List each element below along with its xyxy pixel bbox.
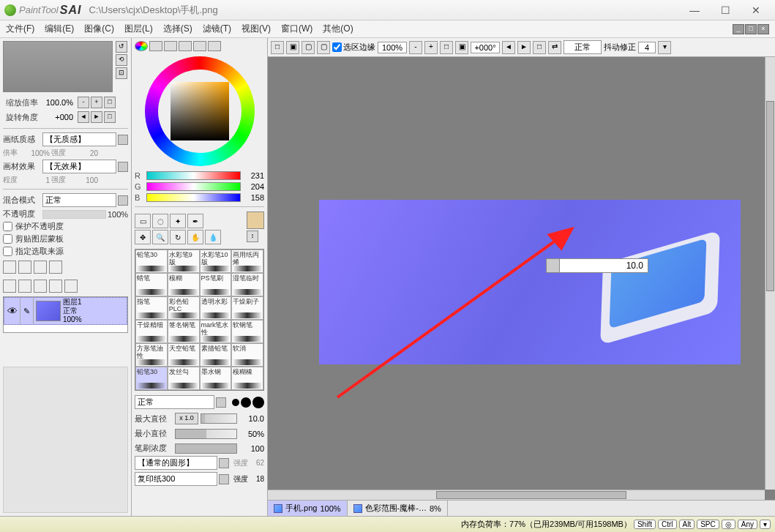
doc-tab[interactable]: 手机.png 100%: [268, 501, 348, 516]
rotate-ccw-button[interactable]: ◄: [502, 41, 515, 54]
flip-h-button[interactable]: ⇄: [548, 41, 561, 54]
brush-preset[interactable]: 湿笔临时: [231, 273, 263, 296]
color-wheel-tab[interactable]: [135, 41, 148, 51]
brush-size-overlay[interactable]: 10.0: [546, 258, 648, 273]
brush-preset[interactable]: 天空铅笔: [168, 343, 200, 367]
color-square[interactable]: [171, 82, 229, 141]
vertical-scrollbar[interactable]: [765, 57, 775, 490]
zoom-plus-button[interactable]: +: [91, 97, 102, 108]
mdi-maximize-button[interactable]: □: [745, 24, 757, 34]
brush-preset[interactable]: 发丝勾: [168, 367, 200, 390]
max-diameter-slider[interactable]: [201, 413, 237, 424]
chevron-down-icon[interactable]: [118, 162, 128, 172]
red-slider[interactable]: [146, 171, 241, 180]
zoom-in-button[interactable]: +: [424, 41, 438, 54]
zoom-fit-button[interactable]: □: [440, 41, 453, 54]
brush-preset[interactable]: 铅笔30: [135, 367, 168, 390]
blend-mode-select[interactable]: 正常: [42, 193, 116, 207]
brush-paper-select[interactable]: 复印纸300: [135, 472, 217, 486]
brush-preset[interactable]: PS笔刷: [200, 273, 232, 296]
brush-preset[interactable]: 水彩笔9版: [168, 250, 200, 273]
menu-layer[interactable]: 图层(L): [124, 23, 153, 35]
sel-rect-tool[interactable]: ▭: [135, 214, 151, 228]
menu-select[interactable]: 选择(S): [163, 23, 192, 35]
selection-edge-checkbox[interactable]: [332, 42, 342, 52]
brush-preset[interactable]: 软钢笔: [231, 320, 263, 343]
menu-other[interactable]: 其他(O): [323, 23, 353, 35]
brush-preset[interactable]: 软消: [231, 343, 263, 367]
left-panel-scrollbar[interactable]: [3, 367, 128, 513]
chevron-down-icon[interactable]: [219, 458, 229, 468]
transfer-down-button[interactable]: [18, 280, 31, 293]
brush-preset[interactable]: 方形笔油性: [135, 343, 168, 367]
navigator-thumbnail[interactable]: [3, 41, 113, 92]
zoom-actual-button[interactable]: ▣: [455, 41, 468, 54]
min-diameter-slider[interactable]: [175, 429, 237, 439]
brush-shape-select[interactable]: 【通常的圆形】: [135, 456, 217, 470]
brush-preset[interactable]: 水彩笔10版: [200, 250, 232, 273]
rotate-tool[interactable]: ↻: [170, 230, 186, 244]
brush-preset[interactable]: 干燥精细: [135, 320, 168, 343]
color-sliders-tab[interactable]: [149, 41, 162, 51]
color-wheel[interactable]: [145, 56, 255, 166]
paper-texture-select[interactable]: 【无质感】: [42, 132, 116, 146]
stabilizer-value[interactable]: 4: [638, 42, 656, 53]
nav-btn-1[interactable]: ↺: [116, 41, 127, 53]
rotate-reset-button[interactable]: □: [533, 41, 546, 54]
new-layer-button[interactable]: [3, 261, 16, 274]
color-swatches-tab[interactable]: [164, 41, 177, 51]
brush-preset[interactable]: 模糊: [168, 273, 200, 296]
menu-file[interactable]: 文件(F): [6, 23, 34, 35]
minimize-button[interactable]: —: [680, 1, 709, 19]
delete-layer-button[interactable]: [64, 280, 78, 293]
designate-selection-checkbox[interactable]: [3, 247, 12, 256]
canvas-angle-value[interactable]: +000°: [471, 42, 500, 53]
menu-filter[interactable]: 滤镜(T): [203, 23, 231, 35]
rotate-reset-button[interactable]: □: [104, 111, 116, 123]
brush-preset[interactable]: 透明水彩: [200, 296, 232, 320]
hide-sel-button[interactable]: ▢: [317, 41, 330, 54]
hand-tool[interactable]: ✋: [187, 230, 203, 244]
rotate-cw-button[interactable]: ►: [517, 41, 531, 54]
show-sel-button[interactable]: ▢: [302, 41, 315, 54]
mdi-close-button[interactable]: ×: [757, 24, 769, 34]
canvas-blend-value[interactable]: 正常: [564, 40, 602, 54]
brush-preset[interactable]: 模糊橡: [231, 367, 263, 390]
deselect-button[interactable]: □: [271, 41, 284, 54]
doc-tab[interactable]: 色彩范围-魔棒-… 8%: [348, 501, 448, 516]
eyedropper-tool[interactable]: 💧: [205, 230, 221, 244]
clip-mask-checkbox[interactable]: [3, 234, 12, 244]
move-tool[interactable]: ✥: [135, 230, 151, 244]
layer-item[interactable]: 👁 ✎ 图层1 正常 100%: [4, 297, 127, 325]
brush-preset[interactable]: 画用纸丙烯: [231, 250, 263, 273]
merge-down-button[interactable]: [3, 280, 16, 293]
nav-btn-3[interactable]: ⊡: [116, 67, 127, 79]
protect-opacity-checkbox[interactable]: [3, 222, 12, 231]
new-folder-button[interactable]: [34, 261, 47, 274]
duplicate-layer-button[interactable]: [49, 261, 62, 274]
magic-wand-tool[interactable]: ✦: [170, 214, 186, 228]
canvas-content[interactable]: 10.0: [319, 200, 741, 364]
swap-colors-button[interactable]: ↕: [247, 231, 258, 242]
lasso-tool[interactable]: ◌: [152, 214, 168, 228]
zoom-minus-button[interactable]: -: [78, 97, 89, 108]
mdi-minimize-button[interactable]: _: [733, 24, 744, 34]
chevron-down-icon[interactable]: [219, 474, 229, 484]
brush-preset[interactable]: 签名钢笔: [168, 320, 200, 343]
color-other-tab[interactable]: [208, 41, 221, 51]
color-history-tab[interactable]: [179, 41, 192, 51]
rotate-left-button[interactable]: ◄: [78, 111, 89, 123]
stabilizer-dropdown-button[interactable]: ▾: [658, 41, 671, 54]
maximize-button[interactable]: ☐: [711, 1, 740, 19]
menu-view[interactable]: 视图(V): [242, 23, 271, 35]
brush-preset[interactable]: 墨水钢: [200, 367, 232, 390]
canvas-zoom-value[interactable]: 100%: [378, 42, 407, 53]
opacity-slider[interactable]: [42, 210, 106, 219]
menu-edit[interactable]: 编辑(E): [45, 23, 74, 35]
foreground-color-swatch[interactable]: [247, 211, 264, 229]
color-scratch-tab[interactable]: [193, 41, 206, 51]
green-slider[interactable]: [146, 182, 241, 191]
chevron-down-icon[interactable]: [216, 397, 226, 408]
horizontal-scrollbar[interactable]: [268, 490, 765, 500]
layer-visibility-icon[interactable]: 👁: [4, 298, 20, 324]
